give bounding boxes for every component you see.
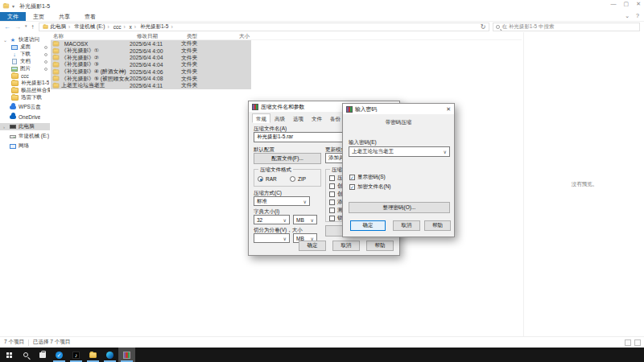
column-type[interactable]: 类型	[187, 33, 225, 40]
tab-files[interactable]: 文件	[308, 113, 326, 123]
format-zip-radio[interactable]: ZIP	[290, 176, 306, 182]
tiktok-icon: ♪	[72, 352, 80, 359]
breadcrumb-ccc[interactable]: ccc	[114, 24, 128, 30]
chevron-down-icon[interactable]: ⌄	[3, 37, 7, 43]
breadcrumb[interactable]: 此电脑 常捷机械 (E:) ccc x 补光摄影1-5 ↻	[39, 23, 489, 31]
password-help-button[interactable]: 帮助	[424, 220, 451, 231]
sidebar-item-onedrive[interactable]: OneDrive	[0, 113, 50, 121]
qat-customize-icon[interactable]: ▾	[12, 3, 14, 9]
password-ok-button[interactable]: 确定	[350, 220, 386, 231]
organize-passwords-button[interactable]: 整理密码(O)...	[349, 202, 450, 213]
chevron-down-icon: ∨	[283, 236, 287, 241]
taskbar-check-app-button[interactable]: ✓	[51, 348, 68, 362]
pin-icon	[44, 46, 47, 49]
column-date-modified[interactable]: 修改日期	[137, 33, 187, 40]
breadcrumb-current[interactable]: 补光摄影1-5	[140, 23, 175, 31]
expand-ribbon-icon[interactable]: ⌄	[625, 13, 630, 19]
archive-ok-button[interactable]: 确定	[299, 241, 326, 251]
selected-count: 已选择 7 个项目	[33, 339, 70, 346]
sidebar-item-quick-access[interactable]: ⌄ ★ 快速访问	[0, 36, 50, 43]
search-icon	[496, 25, 500, 29]
tab-share[interactable]: 共享	[52, 12, 77, 21]
taskbar-edge-button[interactable]	[101, 348, 118, 362]
address-bar: ← → ▾ ↑ 此电脑 常捷机械 (E:) ccc x 补光摄影1-5 ↻ 在 …	[0, 22, 644, 32]
tab-home[interactable]: 主页	[26, 12, 52, 21]
chevron-right-icon[interactable]: ›	[3, 125, 7, 130]
breadcrumb-x[interactable]: x	[130, 24, 138, 30]
up-icon[interactable]: ↑	[31, 23, 35, 31]
column-name[interactable]: 名称	[51, 33, 137, 40]
navigation-pane: ⌄ ★ 快速访问 桌面 ↓ 下载 文档	[0, 32, 50, 336]
dictionary-size-select[interactable]: 32∨	[254, 215, 290, 224]
sidebar-item-wps-cloud[interactable]: WPS云盘	[0, 104, 50, 111]
quick-access-star-icon: ★	[10, 37, 16, 43]
tab-file[interactable]: 文件	[0, 12, 26, 21]
start-button[interactable]	[0, 348, 17, 362]
sidebar-item-this-pc[interactable]: › 此电脑	[0, 123, 50, 130]
file-row[interactable]: 上老王论坛当老王 2025/6/4 4:11 文件夹	[51, 82, 251, 89]
taskbar-winrar-button[interactable]	[118, 348, 135, 362]
minimize-button[interactable]: —	[611, 1, 617, 7]
tab-view[interactable]: 查看	[77, 12, 103, 21]
forward-icon[interactable]: →	[14, 23, 21, 31]
ribbon-tab-bar: 文件 主页 共享 查看	[0, 12, 644, 22]
breadcrumb-this-pc[interactable]: 此电脑	[51, 23, 73, 31]
folder-icon	[53, 83, 60, 88]
thumbnails-view-icon[interactable]	[634, 339, 641, 346]
profiles-button[interactable]: 配置文件(F)...	[254, 153, 321, 164]
network-icon	[10, 144, 16, 149]
sidebar-item-downloads[interactable]: ↓ 下载	[0, 51, 50, 58]
dictionary-unit-select[interactable]: MB∨	[293, 215, 317, 224]
check-app-icon: ✓	[56, 352, 63, 359]
close-icon[interactable]: ✕	[446, 106, 451, 113]
taskbar-search-button[interactable]	[17, 348, 34, 362]
documents-icon	[12, 59, 17, 64]
sidebar-item-current-folder[interactable]: 补光摄影1-5	[0, 80, 50, 87]
close-button[interactable]: ✕	[636, 1, 641, 7]
store-icon	[39, 352, 46, 358]
password-dialog: 输入密码 ✕ 带密码压缩 输入密码(E) 上老王论坛当老王∨ ✓ 显示密码(S)…	[342, 103, 455, 237]
password-input[interactable]: 上老王论坛当老王∨	[349, 146, 450, 157]
encrypt-filenames-checkbox[interactable]: ✓ 加密文件名(N)	[349, 183, 446, 191]
archive-help-button[interactable]: 帮助	[366, 241, 394, 251]
column-headers: 名称 修改日期 类型 大小	[51, 33, 522, 40]
pin-icon	[44, 68, 47, 71]
sidebar-item-desktop[interactable]: 桌面	[0, 43, 50, 51]
show-password-checkbox[interactable]: ✓ 显示密码(S)	[349, 174, 446, 181]
sidebar-item-thunder-downloads[interactable]: 迅雷下载	[0, 94, 50, 101]
refresh-icon[interactable]: ↻	[481, 23, 486, 31]
sidebar-item-drive-e[interactable]: 常捷机械 (E:)	[0, 133, 50, 140]
winrar-icon	[346, 106, 353, 113]
recent-locations-icon[interactable]: ▾	[25, 23, 27, 31]
sidebar-item-network[interactable]: 网络	[0, 142, 50, 150]
breadcrumb-drive-e[interactable]: 常捷机械 (E:)	[74, 23, 111, 31]
search-placeholder: 在 补光摄影1-5 中搜索	[502, 23, 555, 31]
search-input[interactable]: 在 补光摄影1-5 中搜索	[493, 23, 640, 31]
sidebar-item-documents[interactable]: 文档	[0, 58, 50, 65]
tab-options[interactable]: 选项	[289, 113, 308, 123]
help-icon[interactable]: ?	[636, 13, 639, 19]
maximize-button[interactable]: ▢	[624, 1, 630, 7]
column-size[interactable]: 大小	[225, 33, 250, 40]
taskbar-store-button[interactable]	[34, 348, 51, 362]
chevron-down-icon: ∨	[283, 217, 287, 223]
tab-advanced[interactable]: 高级	[270, 113, 289, 123]
sidebar-item-ccc[interactable]: ccc	[0, 72, 50, 80]
split-volumes-select[interactable]: ∨	[254, 233, 290, 243]
details-view-icon[interactable]	[625, 339, 631, 346]
tab-general[interactable]: 常规	[252, 113, 270, 123]
sidebar-item-pictures[interactable]: 图片	[0, 65, 50, 72]
taskbar-tiktok-button[interactable]: ♪	[68, 348, 85, 362]
back-icon[interactable]: ←	[4, 23, 10, 31]
checkbox-checked-icon: ✓	[349, 184, 355, 190]
checkbox-icon	[329, 200, 335, 205]
sidebar-item-collection[interactable]: 极品丝袜合集	[0, 87, 50, 94]
taskbar-explorer-button[interactable]	[85, 348, 101, 362]
breadcrumb-folder-icon	[43, 25, 47, 29]
downloads-icon: ↓	[11, 51, 18, 57]
preview-pane: 没有预览。	[523, 32, 644, 336]
compression-method-select[interactable]: 标准∨	[254, 196, 310, 206]
archive-cancel-button[interactable]: 取消	[332, 241, 360, 251]
format-rar-radio[interactable]: RAR	[258, 176, 277, 182]
password-cancel-button[interactable]: 取消	[393, 220, 420, 231]
